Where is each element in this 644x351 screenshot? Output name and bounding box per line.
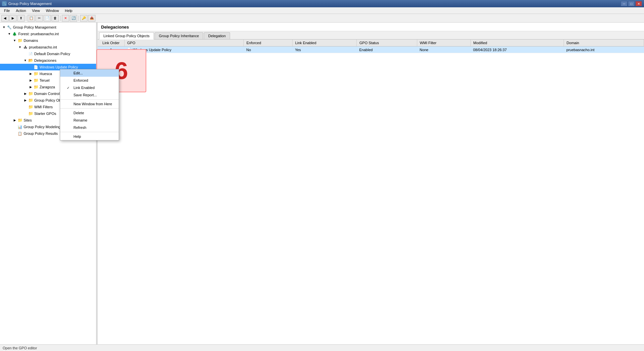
tab-gp-inheritance[interactable]: Group Policy Inheritance xyxy=(155,32,203,39)
col-link-order[interactable]: Link Order xyxy=(98,40,124,46)
tree-item-forest[interactable]: ▼ 🌲 Forest: pruebasnacho.int xyxy=(0,31,96,37)
col-gpo[interactable]: GPO xyxy=(124,40,244,46)
tree-label-ddp: Default Domain Policy xyxy=(34,52,70,56)
col-modified[interactable]: Modified xyxy=(470,40,564,46)
ctx-help[interactable]: Help xyxy=(60,133,119,140)
gpm-icon: 🔧 xyxy=(7,25,12,30)
toolbar-x[interactable]: ✕ xyxy=(62,15,69,22)
tree-item-domains[interactable]: ▼ 📁 Domains xyxy=(0,37,96,44)
expander-sites[interactable]: ▶ xyxy=(12,118,17,123)
expander-starter xyxy=(23,111,28,116)
col-enforced[interactable]: Enforced xyxy=(244,40,292,46)
tree-item-ddp[interactable]: 📄 Default Domain Policy xyxy=(0,50,96,57)
domain-icon: 🖧 xyxy=(23,44,28,50)
tree-label-modeling: Group Policy Modeling xyxy=(24,125,61,129)
expander-domains[interactable]: ▼ xyxy=(12,38,17,43)
minimize-button[interactable]: ─ xyxy=(621,1,627,6)
main-container: ▼ 🔧 Group Policy Management ▼ 🌲 Forest: … xyxy=(0,23,644,344)
status-bar: Open the GPO editor xyxy=(0,344,644,351)
menu-bar: File Action View Window Help xyxy=(0,7,644,14)
expander-wup xyxy=(28,64,33,70)
context-menu: Edit... Enforced ✓ Link Enabled Save Rep… xyxy=(60,69,119,140)
expander-delegaciones[interactable]: ▼ xyxy=(23,58,28,63)
ctx-delete[interactable]: Delete xyxy=(60,109,119,117)
toolbar-forward[interactable]: ▶ xyxy=(9,15,17,22)
toolbar-copy[interactable]: 📋 xyxy=(28,15,35,22)
teruel-icon: 📁 xyxy=(33,78,39,83)
expander-gpo[interactable]: ▶ xyxy=(23,98,28,103)
expander-results xyxy=(12,131,17,136)
tree-label-results: Group Policy Results xyxy=(24,132,58,135)
restore-button[interactable]: □ xyxy=(628,1,635,6)
ctx-refresh[interactable]: Refresh xyxy=(60,124,119,131)
tree-label-domain: pruebasnacho.int xyxy=(29,45,57,49)
menu-view[interactable]: View xyxy=(29,8,43,13)
toolbar-delete[interactable]: 🗑 xyxy=(52,15,59,22)
toolbar-cut[interactable]: ✂ xyxy=(36,15,43,22)
gpo-folder-icon: 📁 xyxy=(28,98,33,103)
col-domain[interactable]: Domain xyxy=(564,40,644,46)
tree-item-gpm[interactable]: ▼ 🔧 Group Policy Management xyxy=(0,24,96,31)
ctx-new-window[interactable]: New Window from Here xyxy=(60,100,119,108)
expander-gpm[interactable]: ▼ xyxy=(1,25,7,30)
cell-wmi-filter: None xyxy=(417,46,470,53)
expander-huesca[interactable]: ▶ xyxy=(28,71,33,76)
col-link-enabled[interactable]: Link Enabled xyxy=(292,40,356,46)
table-container: Link Order GPO Enforced Link Enabled GPO… xyxy=(98,40,644,344)
tree-label-domains: Domains xyxy=(24,39,38,43)
huesca-icon: 📁 xyxy=(33,71,39,76)
results-icon: 📋 xyxy=(17,131,23,136)
toolbar-key[interactable]: 🔑 xyxy=(80,15,87,22)
ctx-rename[interactable]: Rename xyxy=(60,117,119,124)
toolbar-export[interactable]: 📤 xyxy=(88,15,95,22)
expander-modeling xyxy=(12,124,17,130)
tree-item-domain[interactable]: ▼ 🖧 pruebasnacho.int xyxy=(0,44,96,50)
toolbar-paste[interactable]: 📄 xyxy=(44,15,51,22)
domains-icon: 📁 xyxy=(17,38,23,43)
toolbar-sep3 xyxy=(78,16,79,21)
cell-gpo-status: Enabled xyxy=(357,46,417,53)
starter-icon: 📁 xyxy=(28,111,33,116)
gpo-table: Link Order GPO Enforced Link Enabled GPO… xyxy=(98,40,644,53)
ctx-enforced[interactable]: Enforced xyxy=(60,77,119,84)
menu-help[interactable]: Help xyxy=(62,8,75,13)
tree-label-zaragoza: Zaragoza xyxy=(40,85,55,89)
tree-label-huesca: Huesca xyxy=(40,72,52,76)
ctx-edit[interactable]: Edit... xyxy=(60,69,119,77)
app-icon: 🔧 xyxy=(2,1,7,6)
ctx-sep2 xyxy=(60,108,119,109)
toolbar-back[interactable]: ◀ xyxy=(1,15,9,22)
col-gpo-status[interactable]: GPO Status xyxy=(357,40,417,46)
tree-label-wmi: WMI Filters xyxy=(34,105,53,109)
tab-delegation[interactable]: Delegation xyxy=(204,32,230,39)
zaragoza-icon: 📁 xyxy=(33,84,39,90)
dc-icon: 📁 xyxy=(28,91,33,96)
expander-ddp xyxy=(23,51,28,56)
cell-enforced: No xyxy=(244,46,292,53)
expander-forest[interactable]: ▼ xyxy=(7,31,12,37)
tree-label-sites: Sites xyxy=(24,118,32,122)
menu-file[interactable]: File xyxy=(1,8,13,13)
expander-domain[interactable]: ▼ xyxy=(17,44,23,50)
expander-zaragoza[interactable]: ▶ xyxy=(28,84,33,90)
col-wmi-filter[interactable]: WMI Filter xyxy=(417,40,470,46)
title-bar-text: Group Policy Management xyxy=(8,2,52,6)
cell-modified: 08/04/2023 18:26:37 xyxy=(470,46,564,53)
table-row[interactable]: 1 📄 Windows Update Policy No Yes Enabled… xyxy=(98,46,644,53)
tree-label-teruel: Teruel xyxy=(40,78,50,82)
expander-teruel[interactable]: ▶ xyxy=(28,78,33,83)
status-text: Open the GPO editor xyxy=(3,346,37,350)
expander-dc[interactable]: ▶ xyxy=(23,91,28,96)
menu-action[interactable]: Action xyxy=(13,8,29,13)
close-button[interactable]: ✕ xyxy=(635,1,642,6)
ctx-save-report[interactable]: Save Report... xyxy=(60,91,119,99)
ctx-link-enabled[interactable]: ✓ Link Enabled xyxy=(60,84,119,91)
toolbar-sep2 xyxy=(60,16,61,21)
menu-window[interactable]: Window xyxy=(43,8,62,13)
content-header: Delegaciones xyxy=(98,23,644,31)
tab-linked-gpo[interactable]: Linked Group Policy Objects xyxy=(99,32,154,40)
toolbar-up[interactable]: ⬆ xyxy=(17,15,25,22)
ctx-sep1 xyxy=(60,99,119,100)
toolbar-refresh[interactable]: 🔄 xyxy=(70,15,77,22)
tree-item-delegaciones[interactable]: ▼ 📂 Delegaciones xyxy=(0,57,96,64)
